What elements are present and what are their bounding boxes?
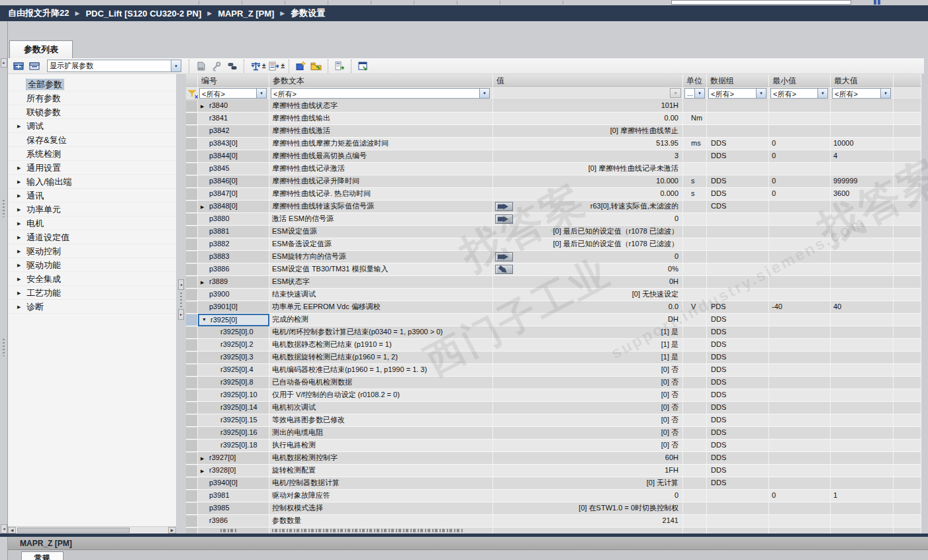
param-number-cell[interactable]: p3846[0]: [198, 175, 269, 188]
table-row[interactable]: p3881ESM设定值源[0] 最后已知的设定值（r1078 已滤波）: [186, 226, 921, 238]
filter-combo-unit[interactable]: ...▼: [684, 88, 705, 99]
plus-minus-label[interactable]: ±: [281, 62, 285, 70]
column-header-text[interactable]: 参数文本: [269, 74, 493, 87]
table-row[interactable]: ▼r3925[0]完成的检测DHDDS: [186, 314, 921, 326]
param-value-cell[interactable]: [0] 否: [493, 364, 683, 377]
chevron-right-icon[interactable]: ▶: [201, 201, 204, 212]
table-row[interactable]: r3925[0].10仅用于 V/f控制的自动设定 (r0108.2 = 0)[…: [186, 389, 921, 402]
table-row[interactable]: ▶r3889ESM状态字0H: [186, 276, 921, 289]
row-header-cell[interactable]: [186, 251, 198, 263]
param-value-cell[interactable]: [0] 否: [493, 377, 683, 389]
chevron-right-icon[interactable]: ▶: [201, 277, 204, 288]
pause-icon[interactable]: [878, 0, 880, 5]
table-row[interactable]: r3925[0].16测出的电缆电阻[0] 否DDS: [186, 427, 921, 440]
row-header-cell[interactable]: [186, 440, 198, 452]
sidebar-item-通道设定值[interactable]: ▶通道设定值: [8, 230, 176, 244]
table-row[interactable]: p3882ESM备选设定值源[0] 最后已知的设定值（r1078 已滤波）: [186, 238, 921, 251]
memory-card-icon[interactable]: [193, 59, 209, 73]
chevron-right-icon[interactable]: ▶: [17, 300, 21, 314]
sidebar-item-驱动控制[interactable]: ▶驱动控制: [8, 244, 176, 258]
param-value-cell[interactable]: [0] 摩擦特性曲线禁止: [493, 125, 683, 138]
param-number-cell[interactable]: p3843[0]: [198, 138, 269, 150]
table-row[interactable]: p3845摩擦特性曲线记录激活[0] 摩擦特性曲线记录未激活: [186, 163, 921, 175]
param-value-cell[interactable]: [493, 528, 683, 534]
param-number-cell[interactable]: p3883: [198, 251, 269, 263]
expand-right-icon[interactable]: ▸: [178, 309, 184, 320]
param-number-cell[interactable]: ▼r3925[0]: [198, 314, 269, 326]
chevron-down-icon[interactable]: ▼: [756, 89, 766, 98]
table-row[interactable]: r3925[0].3电机数据旋转检测已结束(p1960 = 1, 2)[1] 是…: [186, 351, 921, 364]
param-value-cell[interactable]: [1] 是: [493, 339, 683, 351]
open-folder-icon[interactable]: [308, 59, 324, 73]
table-row[interactable]: r3925[0].0电机/闭环控制参数计算已结束(p0340 = 1, p390…: [186, 326, 921, 339]
chevron-right-icon[interactable]: ▶: [17, 258, 21, 272]
param-number-cell[interactable]: r3925[0].15: [198, 414, 269, 427]
column-header-min[interactable]: 最小值: [769, 74, 831, 87]
chevron-down-icon[interactable]: ▼: [202, 315, 207, 324]
sidebar-item-调试[interactable]: ▶调试: [8, 119, 176, 133]
chevron-right-icon[interactable]: ▶: [201, 101, 204, 112]
table-row[interactable]: r3925[0].15等效电路图参数已修改[0] 否DDS: [186, 414, 921, 427]
sidebar-item-功率单元[interactable]: ▶功率单元: [8, 203, 176, 216]
filter-combo-min[interactable]: <所有>▼: [770, 88, 828, 99]
row-header-cell[interactable]: [186, 276, 198, 289]
param-number-cell[interactable]: r3925[0].4: [198, 364, 269, 377]
table-row[interactable]: r3925[0].4电机编码器校准已结束(p1960 = 1, p1990 = …: [186, 364, 921, 377]
row-header-cell[interactable]: [186, 263, 198, 276]
collapse-panel-icon[interactable]: ◂: [1, 524, 7, 534]
chevron-down-icon[interactable]: ▼: [880, 89, 890, 98]
collapse-all-icon[interactable]: [27, 59, 43, 73]
table-row[interactable]: p3886ESM设定值 TB30/TM31 模拟量输入0%: [186, 263, 921, 276]
param-value-cell[interactable]: 0.000: [493, 188, 683, 201]
row-header-cell[interactable]: [186, 163, 198, 175]
table-row[interactable]: p3940[0]电机/控制器数据计算[0] 无计算DDS: [186, 477, 921, 490]
row-header-cell[interactable]: [186, 175, 198, 188]
param-value-cell[interactable]: [0] 摩擦特性曲线记录未激活: [493, 163, 683, 175]
scroll-right-icon[interactable]: ▶: [168, 527, 176, 534]
param-number-cell[interactable]: r3925[0].18: [198, 440, 269, 452]
compare-icon[interactable]: [224, 59, 240, 73]
param-number-cell[interactable]: p3940[0]: [198, 477, 269, 490]
row-header-cell[interactable]: [186, 150, 198, 163]
collapse-left-icon[interactable]: ◂: [178, 279, 184, 290]
bico-interconnect-button[interactable]: [495, 202, 513, 211]
column-header-unit[interactable]: 单位: [683, 74, 707, 87]
param-number-cell[interactable]: p3844[0]: [198, 150, 269, 163]
param-value-cell[interactable]: 1FH: [493, 465, 683, 477]
param-value-cell[interactable]: 2141: [493, 515, 683, 528]
row-header-cell[interactable]: [186, 188, 198, 201]
sidebar-item-工艺功能[interactable]: ▶工艺功能: [8, 286, 176, 300]
row-header-cell[interactable]: [186, 326, 198, 339]
expand-panel-icon[interactable]: ▸: [1, 58, 7, 68]
table-row[interactable]: ▶r3928[0]旋转检测配置1FHDDS: [186, 465, 921, 477]
param-value-cell[interactable]: [0] 无快速设定: [493, 289, 683, 301]
row-header-cell[interactable]: [186, 339, 198, 351]
sidebar-horizontal-scrollbar[interactable]: ◀ ▶: [8, 526, 176, 534]
row-header-cell[interactable]: [186, 414, 198, 427]
chevron-down-icon[interactable]: ▼: [171, 60, 181, 71]
new-object-icon[interactable]: [293, 59, 308, 73]
param-value-cell[interactable]: 0.0: [493, 301, 683, 314]
table-row[interactable]: r3925[0].2电机数据静态检测已结束 (p1910 = 1)[1] 是DD…: [186, 339, 921, 351]
column-header-ds[interactable]: 数据组: [707, 74, 769, 87]
scrollbar-thumb[interactable]: [17, 528, 130, 533]
table-row[interactable]: r3841摩擦特性曲线输出0.00Nm: [186, 113, 921, 125]
param-value-cell[interactable]: [1] 是: [493, 351, 683, 364]
row-header-cell[interactable]: [186, 502, 198, 515]
table-row[interactable]: ▶r3927[0]电机数据检测控制字60HDDS: [186, 452, 921, 465]
table-row[interactable]: p3883ESM旋转方向的信号源0: [186, 251, 921, 263]
param-value-cell[interactable]: 10.000: [493, 175, 683, 188]
param-value-cell[interactable]: [0] 否: [493, 389, 683, 402]
column-header-num[interactable]: 编号: [198, 74, 269, 87]
param-number-cell[interactable]: p3985: [198, 502, 269, 515]
table-row[interactable]: r3925[0].14电机初次调试[0] 否DDS: [186, 402, 921, 414]
param-number-cell[interactable]: r3925[0].10: [198, 389, 269, 402]
row-header-cell[interactable]: [186, 515, 198, 528]
param-value-cell[interactable]: [0] 否: [493, 402, 683, 414]
row-header-cell[interactable]: [186, 490, 198, 502]
splitter-grip[interactable]: [3, 200, 5, 217]
sidebar-item-安全集成[interactable]: ▶安全集成: [8, 272, 176, 286]
top-input-fragment[interactable]: [671, 0, 851, 5]
chevron-right-icon[interactable]: ▶: [17, 230, 21, 244]
param-value-cell[interactable]: [0] 最后已知的设定值（r1078 已滤波）: [493, 226, 683, 238]
